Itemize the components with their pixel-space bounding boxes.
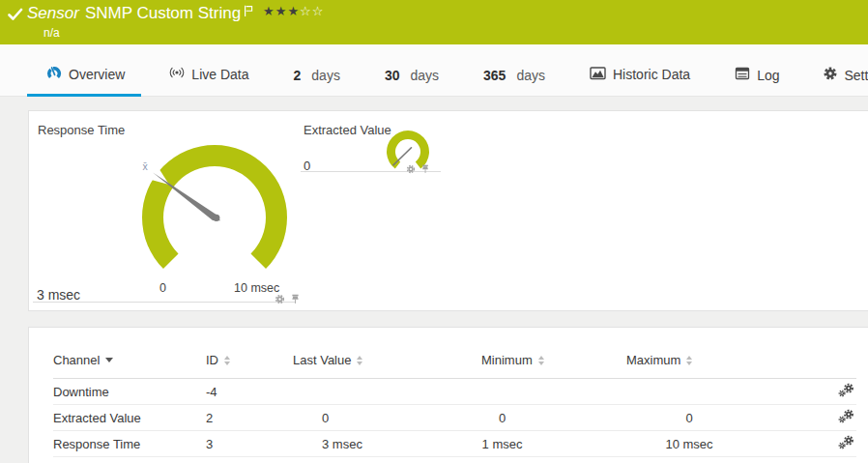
table-row-extracted-value: Extracted Value 2 0 0 0 xyxy=(53,405,856,431)
response-time-value: 3 msec xyxy=(37,287,80,303)
cell-last-value xyxy=(293,379,428,405)
gauges-panel: Response Time x̄ 0 10 msec 3 msec xyxy=(28,110,868,311)
tab-number: 2 xyxy=(294,68,302,83)
table-header-row: Channel ID Last Value Minimum Maximum xyxy=(53,353,856,379)
tab-label: Log xyxy=(757,68,779,83)
gear-icon xyxy=(824,67,837,83)
cell-maximum xyxy=(576,379,802,405)
sort-icon xyxy=(686,356,692,365)
channel-settings-gears-icon[interactable] xyxy=(838,386,854,400)
channel-table: Channel ID Last Value Minimum Maximum xyxy=(53,353,856,457)
cell-channel: Response Time xyxy=(53,431,206,457)
cell-last-value: 3 msec xyxy=(293,431,428,457)
column-header-last-value[interactable]: Last Value xyxy=(293,353,428,379)
status-ok-check-icon xyxy=(8,8,23,25)
tab-bar: Overview Live Data 2days 30days 365days xyxy=(0,44,868,97)
overview-content: Response Time x̄ 0 10 msec 3 msec xyxy=(0,97,868,463)
response-time-gauge-title: Response Time xyxy=(38,123,125,137)
sensor-type-label: Sensor xyxy=(27,4,79,23)
channel-settings-gears-icon[interactable] xyxy=(838,412,854,426)
page-title: SNMP Custom String xyxy=(85,4,241,23)
cell-minimum: 1 msec xyxy=(428,431,576,457)
tab-unit: days xyxy=(410,68,439,83)
cell-minimum xyxy=(428,379,576,405)
priority-stars[interactable]: ★★★☆☆ xyxy=(263,4,324,18)
flag-icon xyxy=(244,4,253,21)
tab-30-days[interactable]: 30days xyxy=(385,68,439,96)
column-header-maximum[interactable]: Maximum xyxy=(576,353,802,379)
gauge-scale-min: 0 xyxy=(159,281,166,295)
tab-label: Historic Data xyxy=(613,67,690,82)
tab-overview[interactable]: Overview xyxy=(46,65,125,96)
gauge-pin-icon[interactable] xyxy=(420,160,430,178)
cell-maximum: 0 xyxy=(576,405,802,431)
cell-last-value: 0 xyxy=(293,405,428,431)
tab-label: Live Data xyxy=(191,67,248,82)
average-marker: x̄ xyxy=(142,160,148,172)
sort-icon xyxy=(357,356,362,365)
chart-icon xyxy=(590,66,606,83)
sort-icon xyxy=(224,356,230,365)
cell-minimum: 0 xyxy=(428,405,576,431)
cell-id: 3 xyxy=(206,431,293,457)
cell-maximum: 10 msec xyxy=(576,431,802,457)
tab-2-days[interactable]: 2days xyxy=(294,68,340,96)
table-row-response-time: Response Time 3 3 msec 1 msec 10 msec xyxy=(53,431,856,457)
gauge-settings-gear-icon[interactable] xyxy=(275,291,285,308)
tab-settings[interactable]: Settings xyxy=(824,67,868,96)
sort-icon xyxy=(538,356,544,365)
tab-unit: days xyxy=(516,68,545,83)
gauge-toolbar xyxy=(406,160,430,178)
sort-desc-icon xyxy=(105,358,113,362)
column-header-id[interactable]: ID xyxy=(206,353,293,379)
channel-settings-gears-icon[interactable] xyxy=(838,438,854,452)
column-header-actions xyxy=(802,353,856,379)
log-icon xyxy=(735,67,750,83)
tab-live-data[interactable]: Live Data xyxy=(169,65,248,96)
response-time-gauge[interactable]: x̄ xyxy=(118,126,311,294)
cell-channel: Downtime xyxy=(53,379,206,405)
cell-id: 2 xyxy=(206,405,293,431)
tab-number: 365 xyxy=(483,68,506,83)
cell-id: -4 xyxy=(206,379,293,405)
column-header-minimum[interactable]: Minimum xyxy=(428,353,576,379)
tab-number: 30 xyxy=(385,68,400,83)
gauge-pin-icon[interactable] xyxy=(290,291,301,308)
sensor-header: Sensor SNMP Custom String ★★★☆☆ n/a xyxy=(0,0,868,44)
tab-365-days[interactable]: 365days xyxy=(483,68,545,96)
channels-panel: Channel ID Last Value Minimum Maximum xyxy=(28,327,868,463)
tab-label: Settings xyxy=(844,68,868,83)
tab-label: Overview xyxy=(69,67,125,82)
gauge-scale-max: 10 msec xyxy=(234,281,279,295)
cell-channel: Extracted Value xyxy=(53,405,206,431)
tab-historic-data[interactable]: Historic Data xyxy=(590,66,690,96)
widget-divider xyxy=(33,302,296,303)
sensor-status-subtitle: n/a xyxy=(43,26,60,40)
tab-log[interactable]: Log xyxy=(735,67,779,96)
gauge-toolbar xyxy=(275,291,301,308)
gauge-settings-gear-icon[interactable] xyxy=(406,160,416,178)
tab-unit: days xyxy=(311,68,340,83)
column-header-channel[interactable]: Channel xyxy=(53,353,206,379)
broadcast-icon xyxy=(169,65,185,83)
gauge-icon xyxy=(46,65,62,83)
table-row-downtime: Downtime -4 xyxy=(53,379,856,405)
